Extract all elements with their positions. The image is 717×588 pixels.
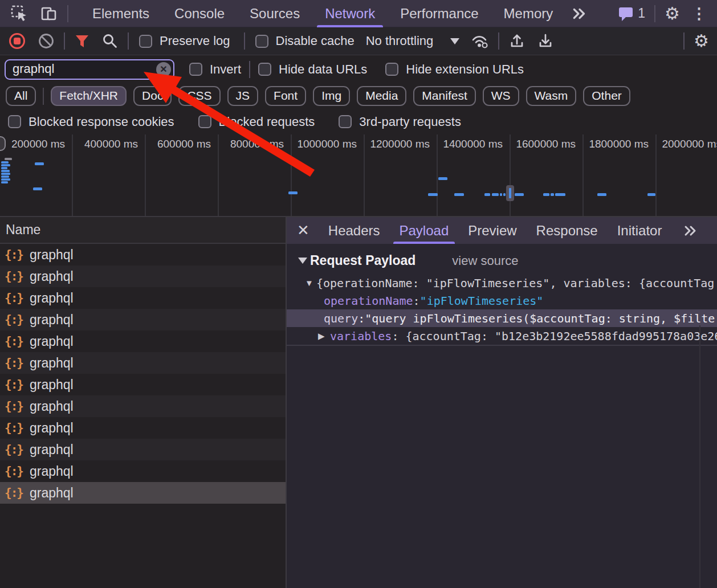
- divider: [683, 32, 685, 50]
- kebab-menu-icon[interactable]: ⋮: [686, 0, 712, 27]
- waterfall-bar: [1, 173, 10, 175]
- waterfall-bar: [503, 193, 506, 196]
- blocked-requests-label: Blocked requests: [219, 115, 315, 129]
- filter-chip-other[interactable]: Other: [583, 86, 630, 106]
- request-row[interactable]: {:}graphql: [0, 482, 286, 504]
- payload-line[interactable]: query: "query ipFlowTimeseries($accountT…: [287, 309, 717, 327]
- record-network-log-button[interactable]: [9, 33, 25, 49]
- request-name: graphql: [30, 356, 74, 371]
- throttling-select[interactable]: No throttling: [366, 34, 460, 48]
- checkbox-box[interactable]: [139, 35, 152, 48]
- import-har-icon[interactable]: [503, 27, 531, 55]
- filter-chip-media[interactable]: Media: [357, 86, 406, 106]
- filter-chip-js[interactable]: JS: [227, 86, 259, 106]
- checkbox-box[interactable]: [255, 35, 268, 48]
- 3rd-party-requests-checkbox[interactable]: 3rd-party requests: [339, 115, 461, 129]
- filter-chip-fetch-xhr[interactable]: Fetch/XHR: [51, 86, 127, 106]
- filter-chip-doc[interactable]: Doc: [133, 86, 172, 106]
- tab-sources[interactable]: Sources: [237, 0, 312, 27]
- filter-chip-manifest[interactable]: Manifest: [413, 86, 475, 106]
- blocked-requests-checkbox[interactable]: Blocked requests: [198, 115, 315, 129]
- more-detail-tabs-icon[interactable]: [677, 217, 704, 244]
- filter-funnel-icon[interactable]: [68, 27, 96, 55]
- clear-filter-icon[interactable]: ✕: [156, 62, 171, 77]
- issues-count[interactable]: 1: [638, 6, 645, 21]
- timeline-tick: 400000 ms: [73, 134, 146, 217]
- checkbox-box[interactable]: [339, 115, 352, 128]
- request-row[interactable]: {:}graphql: [0, 417, 286, 439]
- blocked-response-cookies-checkbox[interactable]: Blocked response cookies: [8, 115, 174, 129]
- request-row[interactable]: {:}graphql: [0, 352, 286, 374]
- filter-chip-all[interactable]: All: [6, 86, 36, 106]
- tab-elements[interactable]: Elements: [80, 0, 162, 27]
- request-name: graphql: [30, 442, 74, 458]
- request-row[interactable]: {:}graphql: [0, 395, 286, 417]
- filter-chip-ws[interactable]: WS: [483, 86, 519, 106]
- network-settings-gear-icon[interactable]: ⚙: [688, 27, 715, 55]
- disable-cache-label: Disable cache: [276, 34, 355, 48]
- payload-line[interactable]: operationName: "ipFlowTimeseries": [287, 292, 717, 309]
- detail-tab-response[interactable]: Response: [527, 217, 608, 244]
- search-icon[interactable]: [96, 27, 124, 55]
- tab-console[interactable]: Console: [162, 0, 237, 27]
- request-row[interactable]: {:}graphql: [0, 266, 286, 287]
- detail-tab-preview[interactable]: Preview: [458, 217, 526, 244]
- tab-network[interactable]: Network: [312, 0, 388, 27]
- settings-gear-icon[interactable]: ⚙: [659, 0, 686, 27]
- checkbox-box[interactable]: [8, 115, 21, 128]
- network-overview-timeline[interactable]: 200000 ms400000 ms600000 ms800000 ms1000…: [0, 134, 717, 217]
- device-toolbar-icon[interactable]: [34, 0, 64, 27]
- request-row[interactable]: {:}graphql: [0, 374, 286, 395]
- clear-network-log-icon[interactable]: [32, 27, 60, 55]
- checkbox-box[interactable]: [258, 63, 271, 76]
- request-row[interactable]: {:}graphql: [0, 460, 286, 482]
- filter-chip-font[interactable]: Font: [265, 86, 306, 106]
- detail-tab-payload[interactable]: Payload: [390, 217, 459, 244]
- filter-chip-img[interactable]: Img: [313, 86, 350, 106]
- tab-performance[interactable]: Performance: [388, 0, 491, 27]
- issues-icon[interactable]: [612, 0, 635, 27]
- collapsed-arrow-icon[interactable]: ▶: [318, 331, 325, 341]
- hide-extension-urls-checkbox[interactable]: Hide extension URLs: [385, 62, 524, 77]
- checkbox-box[interactable]: [198, 115, 211, 128]
- waterfall-bar: [33, 187, 42, 190]
- inspect-element-icon[interactable]: [5, 0, 34, 27]
- filter-input[interactable]: [5, 59, 174, 80]
- more-tabs-icon[interactable]: [565, 0, 594, 27]
- detail-tab-initiator[interactable]: Initiator: [608, 217, 672, 244]
- close-detail-icon[interactable]: ✕: [287, 222, 319, 239]
- request-row[interactable]: {:}graphql: [0, 244, 286, 266]
- request-name: graphql: [30, 291, 74, 306]
- request-row[interactable]: {:}graphql: [0, 287, 286, 309]
- payload-line[interactable]: ▶variables: {accountTag: "b12e3b2192ee55…: [287, 327, 717, 345]
- payload-segment: {operationName: "ipFlowTimeseries", vari…: [316, 276, 714, 290]
- invert-checkbox[interactable]: Invert: [189, 62, 241, 77]
- waterfall-bar: [428, 193, 438, 196]
- hide-data-urls-checkbox[interactable]: Hide data URLs: [258, 62, 367, 77]
- request-payload-title: Request Payload: [310, 253, 415, 268]
- request-payload-section-header[interactable]: Request Payload view source: [298, 253, 717, 268]
- payload-line[interactable]: ▼{operationName: "ipFlowTimeseries", var…: [287, 274, 717, 292]
- waterfall-bar: [1, 170, 10, 172]
- checkbox-box[interactable]: [189, 63, 202, 76]
- waterfall-bar: [454, 193, 464, 196]
- filter-chip-wasm[interactable]: Wasm: [526, 86, 577, 106]
- preserve-log-checkbox[interactable]: Preserve log: [139, 34, 230, 48]
- request-row[interactable]: {:}graphql: [0, 309, 286, 330]
- request-row[interactable]: {:}graphql: [0, 439, 286, 460]
- waterfall-bar: [492, 193, 499, 196]
- filter-chip-css[interactable]: CSS: [178, 86, 220, 106]
- export-har-icon[interactable]: [531, 27, 560, 55]
- name-column-header[interactable]: Name: [0, 217, 286, 244]
- checkbox-box[interactable]: [385, 63, 398, 76]
- request-row[interactable]: {:}graphql: [0, 330, 286, 352]
- preserve-log-label: Preserve log: [160, 34, 230, 48]
- tab-memory[interactable]: Memory: [491, 0, 566, 27]
- network-conditions-icon[interactable]: [465, 27, 495, 55]
- disable-cache-checkbox[interactable]: Disable cache: [255, 34, 355, 48]
- detail-tab-headers[interactable]: Headers: [319, 217, 390, 244]
- request-list-pane: Name {:}graphql{:}graphql{:}graphql{:}gr…: [0, 217, 286, 588]
- expanded-arrow-icon[interactable]: ▼: [305, 278, 313, 288]
- devtools-top-bar: ElementsConsoleSourcesNetworkPerformance…: [0, 0, 717, 27]
- view-source-link[interactable]: view source: [452, 254, 518, 268]
